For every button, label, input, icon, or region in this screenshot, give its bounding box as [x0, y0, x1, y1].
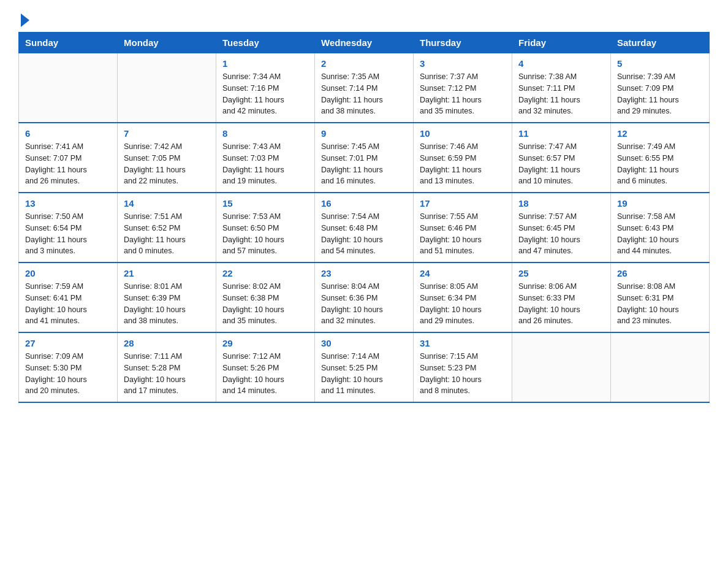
day-info: Sunrise: 7:35 AMSunset: 7:14 PMDaylight:… — [321, 71, 407, 117]
page-header — [18, 15, 710, 26]
day-info: Sunrise: 7:43 AMSunset: 7:03 PMDaylight:… — [222, 141, 308, 187]
day-info: Sunrise: 7:39 AMSunset: 7:09 PMDaylight:… — [617, 71, 703, 117]
calendar-week-row: 1Sunrise: 7:34 AMSunset: 7:16 PMDaylight… — [19, 53, 710, 123]
calendar-week-row: 13Sunrise: 7:50 AMSunset: 6:54 PMDayligh… — [19, 193, 710, 262]
day-number: 29 — [222, 338, 308, 348]
day-info: Sunrise: 7:46 AMSunset: 6:59 PMDaylight:… — [420, 141, 506, 187]
day-info: Sunrise: 7:55 AMSunset: 6:46 PMDaylight:… — [420, 211, 506, 257]
calendar-cell: 25Sunrise: 8:06 AMSunset: 6:33 PMDayligh… — [512, 262, 611, 332]
day-info: Sunrise: 7:47 AMSunset: 6:57 PMDaylight:… — [518, 141, 604, 187]
day-number: 31 — [420, 338, 506, 348]
day-number: 26 — [617, 268, 703, 278]
calendar-cell: 24Sunrise: 8:05 AMSunset: 6:34 PMDayligh… — [414, 262, 512, 332]
day-info: Sunrise: 7:50 AMSunset: 6:54 PMDaylight:… — [25, 211, 111, 257]
day-info: Sunrise: 7:53 AMSunset: 6:50 PMDaylight:… — [222, 211, 308, 257]
day-number: 28 — [124, 338, 210, 348]
calendar-cell: 10Sunrise: 7:46 AMSunset: 6:59 PMDayligh… — [414, 123, 512, 193]
day-info: Sunrise: 7:12 AMSunset: 5:26 PMDaylight:… — [222, 351, 308, 397]
calendar-cell: 19Sunrise: 7:58 AMSunset: 6:43 PMDayligh… — [611, 193, 710, 262]
day-number: 15 — [222, 198, 308, 209]
calendar-cell: 5Sunrise: 7:39 AMSunset: 7:09 PMDaylight… — [611, 53, 710, 123]
day-number: 22 — [222, 268, 308, 278]
calendar-header-row: SundayMondayTuesdayWednesdayThursdayFrid… — [19, 33, 710, 53]
calendar-cell: 22Sunrise: 8:02 AMSunset: 6:38 PMDayligh… — [216, 262, 315, 332]
calendar-week-row: 27Sunrise: 7:09 AMSunset: 5:30 PMDayligh… — [19, 332, 710, 402]
day-number: 14 — [124, 198, 210, 209]
calendar-cell: 20Sunrise: 7:59 AMSunset: 6:41 PMDayligh… — [19, 262, 118, 332]
calendar-cell: 18Sunrise: 7:57 AMSunset: 6:45 PMDayligh… — [512, 193, 611, 262]
header-friday: Friday — [512, 33, 611, 53]
day-info: Sunrise: 7:54 AMSunset: 6:48 PMDaylight:… — [321, 211, 407, 257]
calendar-cell — [19, 53, 118, 123]
day-number: 12 — [617, 128, 703, 139]
calendar-cell: 6Sunrise: 7:41 AMSunset: 7:07 PMDaylight… — [19, 123, 118, 193]
calendar-cell: 11Sunrise: 7:47 AMSunset: 6:57 PMDayligh… — [512, 123, 611, 193]
calendar-cell: 23Sunrise: 8:04 AMSunset: 6:36 PMDayligh… — [315, 262, 414, 332]
calendar-cell: 15Sunrise: 7:53 AMSunset: 6:50 PMDayligh… — [216, 193, 315, 262]
day-number: 3 — [420, 58, 506, 69]
day-number: 2 — [321, 58, 407, 69]
calendar-cell — [118, 53, 216, 123]
calendar-cell: 1Sunrise: 7:34 AMSunset: 7:16 PMDaylight… — [216, 53, 315, 123]
day-info: Sunrise: 8:05 AMSunset: 6:34 PMDaylight:… — [420, 281, 506, 327]
day-info: Sunrise: 7:57 AMSunset: 6:45 PMDaylight:… — [518, 211, 604, 257]
calendar-table: SundayMondayTuesdayWednesdayThursdayFrid… — [18, 32, 710, 403]
day-info: Sunrise: 7:37 AMSunset: 7:12 PMDaylight:… — [420, 71, 506, 117]
day-number: 23 — [321, 268, 407, 278]
day-number: 21 — [124, 268, 210, 278]
day-info: Sunrise: 7:11 AMSunset: 5:28 PMDaylight:… — [124, 351, 210, 397]
day-info: Sunrise: 7:14 AMSunset: 5:25 PMDaylight:… — [321, 351, 407, 397]
day-number: 8 — [222, 128, 308, 139]
header-thursday: Thursday — [414, 33, 512, 53]
day-number: 19 — [617, 198, 703, 209]
day-number: 9 — [321, 128, 407, 139]
calendar-cell: 27Sunrise: 7:09 AMSunset: 5:30 PMDayligh… — [19, 332, 118, 402]
day-number: 10 — [420, 128, 506, 139]
day-info: Sunrise: 8:08 AMSunset: 6:31 PMDaylight:… — [617, 281, 703, 327]
day-number: 20 — [25, 268, 111, 278]
day-info: Sunrise: 7:15 AMSunset: 5:23 PMDaylight:… — [420, 351, 506, 397]
calendar-cell: 30Sunrise: 7:14 AMSunset: 5:25 PMDayligh… — [315, 332, 414, 402]
day-info: Sunrise: 8:04 AMSunset: 6:36 PMDaylight:… — [321, 281, 407, 327]
day-info: Sunrise: 7:49 AMSunset: 6:55 PMDaylight:… — [617, 141, 703, 187]
day-number: 16 — [321, 198, 407, 209]
day-info: Sunrise: 7:41 AMSunset: 7:07 PMDaylight:… — [25, 141, 111, 187]
calendar-cell — [611, 332, 710, 402]
day-number: 1 — [222, 58, 308, 69]
header-tuesday: Tuesday — [216, 33, 315, 53]
day-info: Sunrise: 8:02 AMSunset: 6:38 PMDaylight:… — [222, 281, 308, 327]
day-info: Sunrise: 7:38 AMSunset: 7:11 PMDaylight:… — [518, 71, 604, 117]
calendar-cell: 3Sunrise: 7:37 AMSunset: 7:12 PMDaylight… — [414, 53, 512, 123]
calendar-cell: 26Sunrise: 8:08 AMSunset: 6:31 PMDayligh… — [611, 262, 710, 332]
logo-arrow-icon — [21, 13, 29, 27]
day-info: Sunrise: 8:01 AMSunset: 6:39 PMDaylight:… — [124, 281, 210, 327]
day-info: Sunrise: 8:06 AMSunset: 6:33 PMDaylight:… — [518, 281, 604, 327]
calendar-cell: 12Sunrise: 7:49 AMSunset: 6:55 PMDayligh… — [611, 123, 710, 193]
calendar-week-row: 20Sunrise: 7:59 AMSunset: 6:41 PMDayligh… — [19, 262, 710, 332]
day-info: Sunrise: 7:42 AMSunset: 7:05 PMDaylight:… — [124, 141, 210, 187]
day-number: 24 — [420, 268, 506, 278]
day-info: Sunrise: 7:09 AMSunset: 5:30 PMDaylight:… — [25, 351, 111, 397]
calendar-cell: 2Sunrise: 7:35 AMSunset: 7:14 PMDaylight… — [315, 53, 414, 123]
header-monday: Monday — [118, 33, 216, 53]
header-saturday: Saturday — [611, 33, 710, 53]
calendar-cell: 29Sunrise: 7:12 AMSunset: 5:26 PMDayligh… — [216, 332, 315, 402]
calendar-cell: 14Sunrise: 7:51 AMSunset: 6:52 PMDayligh… — [118, 193, 216, 262]
day-number: 18 — [518, 198, 604, 209]
calendar-cell: 28Sunrise: 7:11 AMSunset: 5:28 PMDayligh… — [118, 332, 216, 402]
day-info: Sunrise: 7:58 AMSunset: 6:43 PMDaylight:… — [617, 211, 703, 257]
day-number: 11 — [518, 128, 604, 139]
calendar-cell: 13Sunrise: 7:50 AMSunset: 6:54 PMDayligh… — [19, 193, 118, 262]
calendar-cell: 8Sunrise: 7:43 AMSunset: 7:03 PMDaylight… — [216, 123, 315, 193]
day-number: 7 — [124, 128, 210, 139]
day-number: 30 — [321, 338, 407, 348]
calendar-cell: 9Sunrise: 7:45 AMSunset: 7:01 PMDaylight… — [315, 123, 414, 193]
day-number: 17 — [420, 198, 506, 209]
day-number: 5 — [617, 58, 703, 69]
calendar-cell — [512, 332, 611, 402]
calendar-cell: 16Sunrise: 7:54 AMSunset: 6:48 PMDayligh… — [315, 193, 414, 262]
calendar-cell: 4Sunrise: 7:38 AMSunset: 7:11 PMDaylight… — [512, 53, 611, 123]
day-info: Sunrise: 7:59 AMSunset: 6:41 PMDaylight:… — [25, 281, 111, 327]
day-info: Sunrise: 7:34 AMSunset: 7:16 PMDaylight:… — [222, 71, 308, 117]
day-number: 25 — [518, 268, 604, 278]
